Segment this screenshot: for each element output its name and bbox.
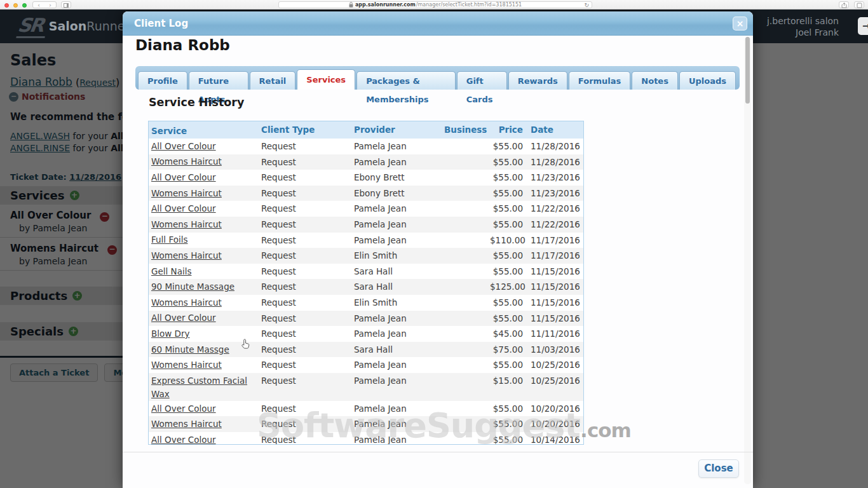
lock-icon — [349, 2, 353, 8]
tab-rewards[interactable]: Rewards — [508, 71, 567, 90]
service-link[interactable]: Express Custom Facial Wax — [151, 376, 247, 399]
table-body: All Over ColourRequestPamela Jean$55.001… — [149, 139, 583, 445]
cell-service: 60 Minute Massge — [149, 342, 259, 358]
table-row: 90 Minute MassageRequestSara Hall$125.00… — [149, 279, 583, 295]
cell-client-type: Request — [259, 201, 351, 217]
cell-business — [444, 401, 490, 417]
service-link[interactable]: Womens Haircut — [151, 360, 222, 370]
logout-icon[interactable]: → — [858, 17, 868, 35]
tab-notes[interactable]: Notes — [632, 71, 678, 90]
table-row: Womens HaircutRequestElin Smith$55.0011/… — [149, 248, 583, 264]
cell-date: 10/14/2016 — [527, 432, 581, 445]
cell-provider: Pamela Jean — [351, 311, 444, 327]
modal-scrollbar[interactable] — [744, 37, 751, 484]
sidebar-toggle-icon[interactable] — [61, 1, 71, 8]
forward-button[interactable]: › — [49, 2, 51, 8]
cell-price: $55.00 — [490, 401, 527, 417]
table-row: All Over ColourRequestPamela Jean$55.001… — [149, 432, 583, 445]
cell-price: $75.00 — [490, 342, 527, 358]
cell-service: Womens Haircut — [149, 295, 259, 311]
tab-services[interactable]: Services — [297, 69, 355, 90]
tab-uploads[interactable]: Uploads — [679, 71, 736, 90]
reload-icon[interactable]: ↻ — [584, 2, 589, 8]
cell-service: All Over Colour — [149, 201, 259, 217]
service-link[interactable]: Full Foils — [151, 234, 187, 245]
service-link[interactable]: Womens Haircut — [151, 188, 222, 198]
service-link[interactable]: Womens Haircut — [151, 156, 222, 166]
address-bar[interactable]: app.salonrunner.com/manager/selectTicket… — [278, 1, 592, 8]
back-button[interactable]: ‹ — [37, 2, 40, 8]
service-link[interactable]: Womens Haircut — [151, 219, 222, 229]
cell-service: All Over Colour — [149, 139, 259, 154]
table-row: Womens HaircutRequestEbony Brett$55.0011… — [149, 186, 583, 201]
service-link[interactable]: Womens Haircut — [151, 250, 222, 261]
cell-provider: Elin Smith — [351, 248, 444, 264]
cell-service: All Over Colour — [149, 170, 259, 186]
service-link[interactable]: All Over Colour — [151, 172, 216, 182]
service-link[interactable]: All Over Colour — [151, 203, 216, 214]
section-title: Service History — [149, 96, 244, 109]
cell-client-type: Request — [259, 170, 351, 186]
service-link[interactable]: All Over Colour — [151, 435, 216, 445]
cell-price: $55.00 — [490, 217, 527, 233]
cell-service: Gell Nails — [149, 264, 259, 280]
tab-formulas[interactable]: Formulas — [569, 71, 630, 90]
modal-close-icon[interactable]: × — [733, 17, 747, 30]
window-minimize-icon[interactable] — [13, 3, 18, 8]
cell-client-type: Request — [259, 264, 351, 280]
cell-price: $125.00 — [490, 279, 527, 295]
service-link[interactable]: 90 Minute Massage — [151, 281, 234, 292]
cell-date: 10/25/2016 — [527, 357, 581, 373]
cell-provider: Pamela Jean — [351, 432, 444, 445]
tabs-icon[interactable] — [854, 1, 864, 8]
salon-name: j.bertorelli salon — [767, 15, 839, 27]
share-icon[interactable] — [839, 1, 849, 8]
service-link[interactable]: Womens Haircut — [151, 419, 222, 429]
tab-retail[interactable]: Retail — [250, 71, 296, 90]
cell-service: Womens Haircut — [149, 357, 259, 373]
cell-price: $45.00 — [490, 326, 527, 342]
user-name: Joel Frank — [767, 27, 839, 38]
scrollbar-thumb[interactable] — [745, 37, 750, 104]
cell-client-type: Request — [259, 311, 351, 327]
table-row: Womens HaircutRequestPamela Jean$55.0010… — [149, 416, 583, 432]
cell-date: 11/03/2016 — [527, 342, 581, 358]
window-close-icon[interactable] — [4, 3, 9, 8]
tab-gift-cards[interactable]: Gift Cards — [457, 71, 507, 90]
cell-business — [444, 154, 490, 170]
table-row: Express Custom Facial WaxRequestPamela J… — [149, 373, 583, 401]
cell-service: 90 Minute Massage — [149, 279, 259, 295]
cell-provider: Pamela Jean — [351, 401, 444, 417]
service-link[interactable]: Blow Dry — [151, 329, 190, 339]
service-link[interactable]: All Over Colour — [151, 141, 216, 151]
service-link[interactable]: Gell Nails — [151, 266, 191, 276]
service-history-table: ServiceClient TypeProviderBusinessPriceD… — [148, 121, 584, 445]
cell-client-type: Request — [259, 248, 351, 264]
column-header-service: Service — [149, 121, 259, 139]
tab-future-appts[interactable]: Future Appts — [189, 71, 248, 90]
cell-business — [444, 217, 490, 233]
service-link[interactable]: 60 Minute Massge — [151, 344, 229, 355]
tab-profile[interactable]: Profile — [138, 71, 187, 90]
cell-provider: Pamela Jean — [351, 201, 444, 217]
table-row: All Over ColourRequestPamela Jean$55.001… — [149, 311, 583, 327]
cell-service: Womens Haircut — [149, 217, 259, 233]
close-button[interactable]: Close — [698, 459, 739, 478]
cell-client-type: Request — [259, 139, 351, 154]
cell-business — [444, 373, 490, 401]
tab-packages-memberships[interactable]: Packages & Memberships — [356, 71, 456, 90]
table-header-row: ServiceClient TypeProviderBusinessPriceD… — [149, 121, 583, 139]
service-link[interactable]: All Over Colour — [151, 403, 216, 414]
tab-strip: ProfileFuture ApptsRetailServicesPackage… — [135, 66, 740, 90]
service-link[interactable]: Womens Haircut — [151, 297, 222, 308]
cell-provider: Pamela Jean — [351, 154, 444, 170]
cell-client-type: Request — [259, 154, 351, 170]
cell-price: $55.00 — [490, 432, 527, 445]
window-zoom-icon[interactable] — [22, 3, 27, 8]
salonrunner-logo[interactable]: SR Salon Runner — [18, 14, 130, 38]
cell-price: $55.00 — [490, 264, 527, 280]
service-link[interactable]: All Over Colour — [151, 313, 216, 323]
cell-price: $55.00 — [490, 201, 527, 217]
table-row: 60 Minute MassgeRequestSara Hall$75.0011… — [149, 342, 583, 358]
cell-price: $55.00 — [490, 139, 527, 154]
